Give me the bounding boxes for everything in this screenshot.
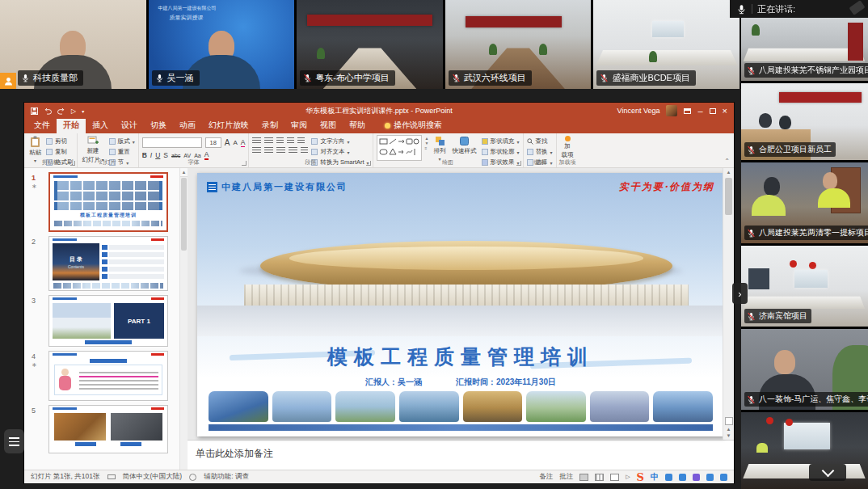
scrollbar-thumb[interactable] [725, 178, 732, 215]
columns-icon[interactable] [301, 147, 308, 154]
tab-transitions[interactable]: 切换 [144, 118, 173, 133]
scrollbar-thumb[interactable] [181, 178, 187, 251]
character-spacing-button[interactable]: AV [183, 153, 191, 158]
quick-styles-button[interactable]: 快速样式 [451, 135, 478, 156]
sidebar-expand-button[interactable]: › [732, 283, 748, 304]
slideshow-icon[interactable]: ▷ [71, 107, 76, 115]
shape-fill-button[interactable]: 形状填充▾ [482, 137, 520, 145]
ribbon-display-options-icon[interactable] [684, 108, 691, 114]
tab-help[interactable]: 帮助 [343, 118, 372, 133]
decrease-indent-icon[interactable] [276, 137, 284, 145]
shape-outline-button[interactable]: 形状轮廓▾ [482, 148, 520, 156]
slideshow-view-button[interactable]: ▷ [626, 474, 630, 480]
accessibility-label[interactable]: 辅助功能: 调查 [204, 472, 249, 482]
align-text-button[interactable]: 对齐文本▾ [311, 148, 369, 156]
ime-mode-toggle[interactable]: 中 [651, 471, 659, 483]
video-tile[interactable]: 八局建投莱芜两清零一提标项目 [741, 162, 868, 243]
strikethrough-button[interactable]: abc [171, 153, 180, 158]
tab-review[interactable]: 审阅 [284, 118, 314, 133]
slide-thumbnail[interactable]: 目 录 Contents [48, 236, 168, 291]
undo-icon[interactable] [44, 107, 52, 115]
redo-icon[interactable] [57, 107, 65, 115]
minimize-button[interactable]: – [697, 107, 702, 116]
dialog-launcher-icon[interactable] [366, 161, 371, 166]
tab-home[interactable]: 开始 [57, 118, 86, 133]
tab-view[interactable]: 视图 [314, 118, 343, 133]
ime-emoji-icon[interactable] [693, 474, 700, 481]
shapes-gallery[interactable] [377, 135, 422, 161]
increase-indent-icon[interactable] [287, 137, 294, 145]
ime-voice-icon[interactable] [679, 474, 686, 481]
dialog-launcher-icon[interactable] [516, 161, 521, 166]
meeting-list-button[interactable] [4, 429, 24, 453]
normal-view-button[interactable] [579, 474, 588, 481]
slide-thumbnail[interactable]: PART 1 [48, 295, 168, 347]
scroll-up-arrow[interactable]: ▲ [180, 168, 188, 177]
video-tile[interactable]: 粤东-布心中学项目 [297, 0, 443, 89]
tab-design[interactable]: 设计 [115, 118, 144, 133]
video-tile[interactable] [741, 412, 868, 489]
avatar[interactable] [666, 105, 677, 116]
slide-sorter-view-button[interactable] [595, 474, 604, 481]
addins-button[interactable]: 加 载项 [560, 135, 575, 160]
shrink-font-icon[interactable]: A [233, 139, 237, 146]
notes-pane[interactable]: 单击此处添加备注 [188, 440, 734, 470]
ime-punctuation-icon[interactable] [665, 474, 672, 481]
video-tile[interactable]: 八局建投莱芜不锈钢产业园项目 [741, 18, 868, 81]
slide-thumbnail[interactable]: 模板工程质量管理培训 [48, 172, 168, 232]
ime-logo-icon[interactable]: S [637, 471, 644, 483]
clear-format-icon[interactable]: A [241, 138, 246, 147]
align-center-icon[interactable] [264, 147, 273, 154]
previous-slide-button[interactable]: ▲ [727, 427, 731, 432]
slide-thumbnail[interactable] [48, 405, 168, 453]
collapse-ribbon-icon[interactable]: ⌃ [724, 158, 730, 165]
save-icon[interactable] [31, 107, 38, 115]
video-tile[interactable]: 合肥公卫项目新员工 [741, 83, 868, 160]
numbering-icon[interactable] [264, 137, 273, 145]
layout-button[interactable]: 版式▾ [109, 137, 135, 145]
align-left-icon[interactable] [252, 147, 261, 154]
font-name-box[interactable] [142, 137, 202, 148]
align-right-icon[interactable] [276, 147, 285, 154]
reading-view-button[interactable] [610, 474, 619, 481]
font-size-box[interactable]: 18 [205, 137, 221, 148]
panel-scrollbar[interactable]: ▲ [179, 168, 188, 470]
keyboard-language-icon[interactable] [107, 474, 116, 479]
bullets-icon[interactable] [252, 137, 261, 145]
ime-skin-icon[interactable] [706, 474, 714, 481]
slide-canvas[interactable]: 中建八局第一建设有限公司 实干为要·价值为纲 模板工程质量管理培训 [197, 173, 724, 436]
split-handle[interactable] [725, 417, 733, 425]
copy-button[interactable]: 复制 [46, 148, 74, 156]
tab-file[interactable]: 文件 [27, 118, 57, 133]
dialog-launcher-icon[interactable] [242, 161, 246, 166]
video-tile[interactable]: 八一装饰-马广运、焦守鑫、李帝坤 [741, 329, 868, 410]
find-button[interactable]: 查找 [527, 137, 553, 145]
scroll-up-arrow[interactable]: ▲ [723, 168, 734, 175]
reset-button[interactable]: 重置 [109, 148, 135, 156]
shapes-gallery-scroll[interactable]: ▲▼≡ [425, 135, 429, 151]
tab-record[interactable]: 录制 [255, 118, 284, 133]
tab-slideshow[interactable]: 幻灯片放映 [202, 118, 255, 133]
video-tile[interactable]: 盛福商业BCDE项目 [593, 0, 739, 89]
tell-me-search[interactable]: 操作说明搜索 [385, 120, 442, 133]
slide-thumbnail[interactable] [48, 351, 168, 401]
video-tile[interactable]: 科技质量部 [0, 0, 146, 89]
replace-button[interactable]: 替换▾ [527, 148, 553, 156]
tab-insert[interactable]: 插入 [86, 118, 115, 133]
video-tile[interactable]: 中建八局第一建设有限公司 质量实训授课 吴一涵 [149, 0, 295, 89]
language-label[interactable]: 简体中文(中国大陆) [123, 472, 183, 482]
close-button[interactable]: × [723, 107, 727, 116]
justify-icon[interactable] [289, 147, 297, 154]
maximize-button[interactable] [710, 108, 716, 114]
notes-toggle-button[interactable]: 备注 [539, 472, 553, 482]
ppt-titlebar[interactable]: ▷ ▾ 华东模板工程实训培训课件.pptx - PowerPoint Vince… [24, 103, 734, 119]
qat-more-icon[interactable]: ▾ [82, 108, 84, 114]
ime-toolbox-icon[interactable] [720, 474, 727, 481]
tab-animations[interactable]: 动画 [173, 118, 202, 133]
editor-scrollbar[interactable]: ▲ ▲ ▼ [723, 168, 734, 440]
video-tile[interactable]: 武汉六环线项目 [445, 0, 592, 89]
sidebar-collapse-button[interactable] [809, 464, 846, 481]
text-direction-button[interactable]: 文字方向▾ [311, 137, 369, 145]
video-tile[interactable]: 济南宾馆项目 [741, 246, 868, 327]
change-case-button[interactable]: Aa [194, 153, 201, 158]
